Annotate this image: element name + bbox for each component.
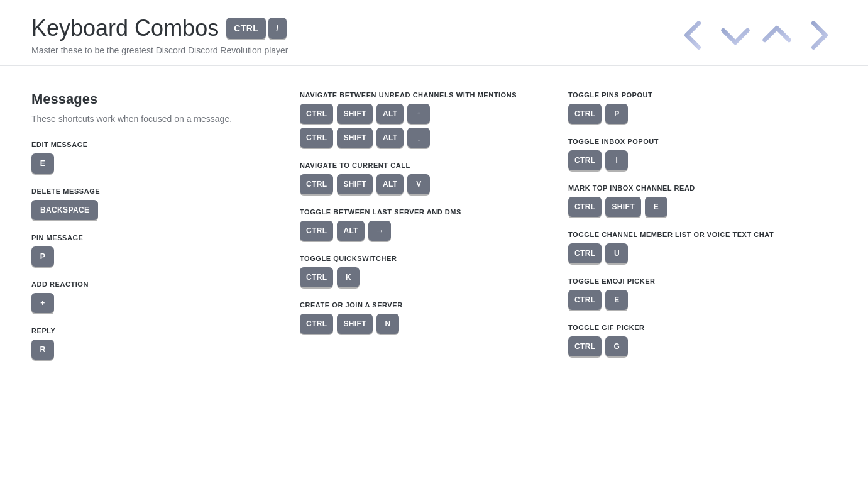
column-nav: NAVIGATE BETWEEN UNREAD CHANNELS WITH ME… [300,91,568,373]
key-arrow-right: → [368,221,391,241]
key-p: P [31,246,54,267]
key-g: G [605,336,628,356]
key-plus: + [31,293,54,313]
shortcut-label-toggle-member: TOGGLE CHANNEL MEMBER LIST OR VOICE TEXT… [568,231,811,238]
key-ctrl-5: CTRL [300,267,333,287]
key-ctrl-7: CTRL [568,104,602,124]
shortcut-label-toggle-inbox: TOGGLE INBOX POPOUT [568,138,811,145]
key-shift-6: SHIFT [337,314,372,334]
key-ctrl-1: CTRL [300,104,333,124]
key-alt-3: ALT [376,174,404,194]
shortcut-label-reply: REPLY [31,327,275,334]
up-arrow-icon [759,17,795,53]
shortcut-label-mark-inbox: MARK TOP INBOX CHANNEL READ [568,184,811,192]
key-ctrl-12: CTRL [568,336,602,356]
keys-row-nav-unread-up: CTRL SHIFT ALT ↑ [300,104,543,124]
key-n: N [376,314,399,334]
key-shift-2: SHIFT [337,128,372,148]
header: Keyboard Combos CTRL / Master these to b… [0,0,868,66]
shortcut-toggle-server-dm: TOGGLE BETWEEN LAST SERVER AND DMS CTRL … [300,208,543,241]
shortcut-label-toggle-pins: TOGGLE PINS POPOUT [568,91,811,99]
key-ctrl-4: CTRL [300,221,333,241]
right-arrow-icon [800,17,837,53]
key-v: V [407,174,430,194]
page-title: Keyboard Combos [31,15,219,41]
keys-row-toggle-emoji: CTRL E [568,290,811,310]
shortcut-label-delete: DELETE MESSAGE [31,187,275,195]
keys-row-nav-call: CTRL SHIFT ALT V [300,174,543,194]
shortcut-label-nav-unread: NAVIGATE BETWEEN UNREAD CHANNELS WITH ME… [300,91,543,99]
shortcut-add-reaction: ADD REACTION + [31,280,275,313]
shortcut-toggle-inbox: TOGGLE INBOX POPOUT CTRL I [568,138,811,170]
key-ctrl-10: CTRL [568,243,602,263]
shortcut-label-create-server: CREATE OR JOIN A SERVER [300,301,543,309]
header-key-ctrl: CTRL [226,18,266,39]
shortcut-label-toggle-emoji: TOGGLE EMOJI PICKER [568,277,811,285]
header-left: Keyboard Combos CTRL / Master these to b… [31,15,288,55]
shortcut-toggle-gif: TOGGLE GIF PICKER CTRL G [568,324,811,356]
key-alt-1: ALT [376,104,404,124]
key-k: K [337,267,360,287]
keys-row-toggle-gif: CTRL G [568,336,811,356]
keys-row-toggle-member: CTRL U [568,243,811,263]
down-arrow-icon [717,17,754,53]
key-shift-1: SHIFT [337,104,372,124]
main-content: Messages These shortcuts work when focus… [0,66,868,399]
shortcut-pin-message: PIN MESSAGE P [31,234,275,267]
shortcut-label-toggle-server: TOGGLE BETWEEN LAST SERVER AND DMS [300,208,543,216]
key-e-2: E [605,290,628,310]
key-shift-9: SHIFT [605,197,640,217]
keys-row-create-server: CTRL SHIFT N [300,314,543,334]
shortcut-toggle-member-list: TOGGLE CHANNEL MEMBER LIST OR VOICE TEXT… [568,231,811,263]
shortcut-label-toggle-gif: TOGGLE GIF PICKER [568,324,811,331]
shortcut-label-pin: PIN MESSAGE [31,234,275,241]
keys-row-quickswitcher: CTRL K [300,267,543,287]
keys-row-delete: BACKSPACE [31,200,275,220]
shortcut-edit-message: EDIT MESSAGE E [31,141,275,174]
keys-row-nav-unread-down: CTRL SHIFT ALT ↓ [300,128,543,148]
key-alt-2: ALT [376,128,404,148]
shortcut-label-quickswitcher: TOGGLE QUICKSWITCHER [300,255,543,262]
key-e: E [645,197,667,217]
shortcut-delete-message: DELETE MESSAGE BACKSPACE [31,187,275,220]
shortcut-label-reaction: ADD REACTION [31,280,275,288]
key-ctrl-6: CTRL [300,314,333,334]
key-backspace: BACKSPACE [31,200,98,220]
key-ctrl-9: CTRL [568,197,602,217]
keys-row-toggle-pins: CTRL P [568,104,811,124]
left-arrow-icon [676,17,712,53]
header-shortcut: CTRL / [226,18,286,39]
column-toggles: TOGGLE PINS POPOUT CTRL P TOGGLE INBOX P… [568,91,837,373]
shortcut-nav-call: NAVIGATE TO CURRENT CALL CTRL SHIFT ALT … [300,162,543,194]
header-key-slash: / [268,18,286,39]
shortcut-label-edit: EDIT MESSAGE [31,141,275,148]
key-arrow-up: ↑ [407,104,430,124]
key-shift-3: SHIFT [337,174,372,194]
shortcut-reply: REPLY R [31,327,275,360]
shortcut-toggle-emoji: TOGGLE EMOJI PICKER CTRL E [568,277,811,310]
keys-row-toggle-inbox: CTRL I [568,150,811,170]
key-arrow-down: ↓ [407,128,430,148]
arrow-icons [676,17,837,53]
key-ctrl-11: CTRL [568,290,602,310]
key-ctrl-2: CTRL [300,128,333,148]
key-u: U [605,243,628,263]
shortcut-nav-unread: NAVIGATE BETWEEN UNREAD CHANNELS WITH ME… [300,91,543,148]
shortcut-quickswitcher: TOGGLE QUICKSWITCHER CTRL K [300,255,543,287]
key-i: I [605,150,628,170]
keys-row-reply: R [31,340,275,360]
key-r: R [31,340,54,360]
keys-row-pin: P [31,246,275,267]
header-subtitle: Master these to be the greatest Discord … [31,45,288,55]
key-ctrl-8: CTRL [568,150,602,170]
key-p-2: P [605,104,628,124]
keys-row-toggle-server: CTRL ALT → [300,221,543,241]
shortcut-toggle-pins: TOGGLE PINS POPOUT CTRL P [568,91,811,124]
shortcut-create-server: CREATE OR JOIN A SERVER CTRL SHIFT N [300,301,543,334]
column-messages: Messages These shortcuts work when focus… [31,91,300,373]
column-title-messages: Messages [31,91,275,108]
keys-row-mark-inbox: CTRL SHIFT E [568,197,811,217]
shortcut-mark-inbox-read: MARK TOP INBOX CHANNEL READ CTRL SHIFT E [568,184,811,217]
shortcut-label-nav-call: NAVIGATE TO CURRENT CALL [300,162,543,169]
keys-row-reaction: + [31,293,275,313]
